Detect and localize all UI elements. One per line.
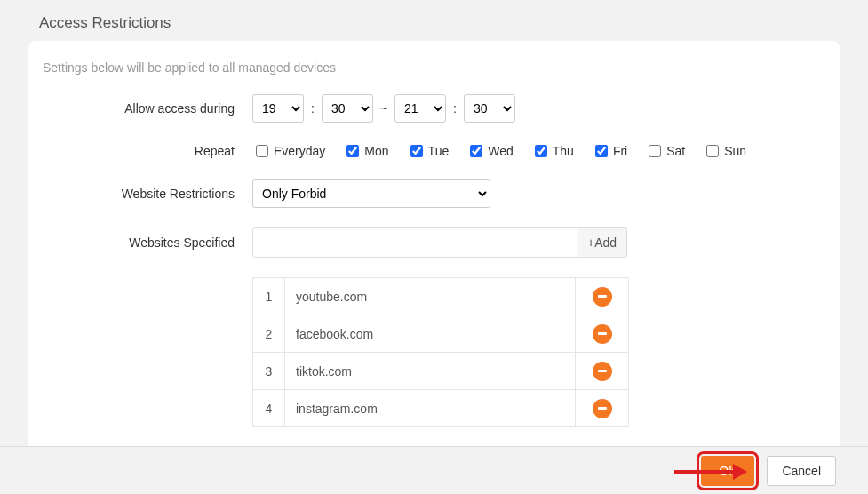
label-repeat: Repeat <box>43 144 252 158</box>
row-action <box>576 278 629 315</box>
day-option[interactable]: Wed <box>466 142 514 160</box>
day-checkbox[interactable] <box>410 145 423 157</box>
day-option[interactable]: Sun <box>703 142 746 160</box>
row-url: facebook.com <box>285 315 576 353</box>
time-colon-1: : <box>311 101 315 116</box>
to-hour-select[interactable]: 21 <box>394 94 446 123</box>
row-action <box>576 390 629 427</box>
from-minute-select[interactable]: 30 <box>322 94 373 123</box>
day-label: Wed <box>488 144 514 158</box>
day-checkbox[interactable] <box>595 145 608 157</box>
day-checkbox[interactable] <box>649 145 661 157</box>
delete-icon[interactable] <box>593 287 612 307</box>
day-option[interactable]: Mon <box>343 142 388 160</box>
table-row: 2facebook.com <box>253 315 629 353</box>
row-url: youtube.com <box>285 278 576 315</box>
label-restrictions: Website Restrictions <box>43 187 252 201</box>
time-tilde: ~ <box>380 101 387 116</box>
day-label: Everyday <box>274 144 325 158</box>
row-index: 1 <box>253 278 285 315</box>
day-label: Tue <box>428 144 450 158</box>
row-index: 2 <box>253 315 285 353</box>
day-option[interactable]: Everyday <box>252 142 325 160</box>
table-row: 1youtube.com <box>253 278 629 315</box>
settings-panel: Settings below will be applied to all ma… <box>28 41 840 463</box>
dialog-footer: OK Cancel <box>0 446 868 494</box>
table-row: 4instagram.com <box>253 390 629 427</box>
day-checkbox[interactable] <box>256 145 268 157</box>
day-option[interactable]: Fri <box>592 142 627 160</box>
day-label: Thu <box>553 144 574 158</box>
delete-icon[interactable] <box>593 362 612 381</box>
label-allow-access: Allow access during <box>43 101 252 116</box>
add-button[interactable]: +Add <box>577 227 627 258</box>
table-row: 3tiktok.com <box>253 353 629 390</box>
day-checkbox[interactable] <box>470 145 482 157</box>
day-option[interactable]: Tue <box>407 142 450 160</box>
day-label: Mon <box>364 144 388 158</box>
row-index: 4 <box>253 390 285 427</box>
delete-icon[interactable] <box>593 399 612 418</box>
row-action <box>576 315 629 353</box>
row-action <box>576 353 629 390</box>
day-checkbox[interactable] <box>706 145 719 157</box>
day-label: Sat <box>666 144 685 158</box>
ok-button[interactable]: OK <box>701 456 754 486</box>
day-label: Sun <box>724 144 746 158</box>
day-checkbox[interactable] <box>535 145 547 157</box>
label-specified: Websites Specified <box>43 235 252 250</box>
delete-icon[interactable] <box>593 324 612 344</box>
day-label: Fri <box>613 144 627 158</box>
row-url: tiktok.com <box>285 353 576 390</box>
to-minute-select[interactable]: 30 <box>464 94 515 123</box>
website-input[interactable] <box>252 227 577 258</box>
cancel-button[interactable]: Cancel <box>767 456 836 486</box>
day-option[interactable]: Sat <box>645 142 685 160</box>
day-option[interactable]: Thu <box>531 142 574 160</box>
row-index: 3 <box>253 353 285 390</box>
websites-table: 1youtube.com2facebook.com3tiktok.com4ins… <box>252 277 629 427</box>
day-checkbox[interactable] <box>346 145 359 157</box>
restrictions-select[interactable]: Only Forbid <box>252 179 490 208</box>
time-colon-2: : <box>453 101 457 116</box>
page-title: Access Restrictions <box>0 0 868 41</box>
row-url: instagram.com <box>285 390 576 427</box>
hint-text: Settings below will be applied to all ma… <box>43 60 825 75</box>
from-hour-select[interactable]: 19 <box>252 94 304 123</box>
